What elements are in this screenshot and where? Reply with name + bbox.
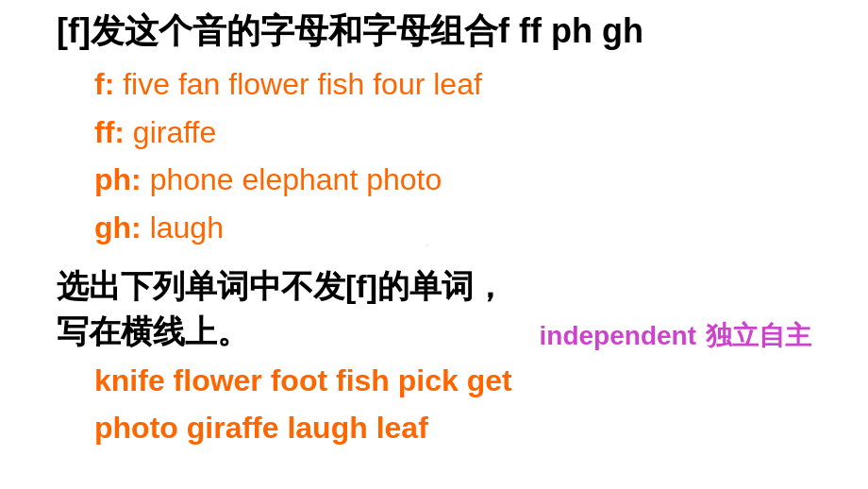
title-line: [f]发这个音的字母和字母组合f ff ph gh — [57, 9, 811, 54]
section-ph: ph: phone elephant photo — [57, 159, 811, 201]
instruction-text: 选出下列单词中不发[f]的单词，写在横线上。 — [57, 264, 521, 354]
independent-zh: 独立自主 — [706, 318, 811, 354]
independent-en: independent — [540, 321, 696, 351]
watermark: 。 — [425, 234, 436, 250]
main-container: [f]发这个音的字母和字母组合f ff ph gh f: five fan fl… — [0, 0, 868, 462]
title-prefix: [f] — [57, 11, 91, 50]
words-f: five fan flower fish four leaf — [123, 67, 482, 101]
independent-badge: independent 独立自主 — [540, 318, 811, 358]
words-ff: giraffe — [133, 115, 216, 149]
section-f: f: five fan flower fish four leaf — [57, 63, 811, 106]
word-list-1: knife flower foot fish pick get — [57, 358, 811, 403]
words-ph: phone elephant photo — [150, 162, 442, 196]
title-combos: f ff ph gh — [498, 11, 643, 50]
word-list-2: photo giraffe laugh leaf — [57, 405, 811, 450]
label-ff: ff: — [94, 115, 125, 149]
title-chinese: 发这个音的字母和字母组合 — [91, 11, 498, 50]
section-ff: ff: giraffe — [57, 111, 811, 154]
label-gh: gh: — [94, 211, 142, 244]
label-f: f: — [94, 67, 114, 101]
words-gh: laugh — [150, 211, 224, 244]
label-ph: ph: — [94, 162, 142, 196]
instruction-row: 选出下列单词中不发[f]的单词，写在横线上。 independent 独立自主 — [57, 257, 811, 358]
